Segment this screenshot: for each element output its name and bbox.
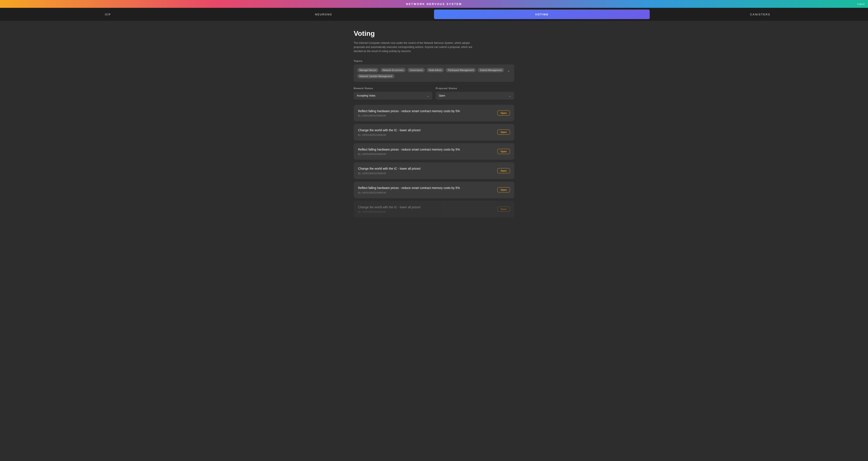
page-title: Voting [354, 30, 514, 37]
proposal-title-4: Change the world with the IC - lower all… [358, 166, 493, 171]
proposal-card-3[interactable]: Reflect falling hardware prices - reduce… [354, 143, 514, 160]
nav-item-canisters[interactable]: CANISTERS [652, 8, 868, 21]
reward-status-filter-group: Reward Status Accepting Votes ⌄ [354, 87, 432, 99]
main-content: Voting The Internet Computer network run… [349, 21, 519, 226]
proposal-author-3: By: 14555136043219406248 [358, 153, 493, 155]
proposal-card-5[interactable]: Reflect falling hardware prices - reduce… [354, 182, 514, 198]
topic-tag-governance[interactable]: Governance [407, 68, 425, 72]
page-description: The Internet Computer network runs under… [354, 41, 475, 54]
proposal-card-1[interactable]: Reflect falling hardware prices - reduce… [354, 105, 514, 122]
reward-status-select[interactable]: Accepting Votes ⌄ [354, 92, 432, 99]
proposal-status-select[interactable]: Open ⌄ [436, 92, 514, 99]
proposal-status-label: Proposal Status [436, 87, 514, 90]
logout-button[interactable]: Logout [857, 3, 865, 5]
proposal-status-value: Open [439, 94, 445, 97]
proposal-info-1: Reflect falling hardware prices - reduce… [358, 109, 493, 117]
proposal-author-5: By: 14555136043219406248 [358, 191, 493, 194]
proposal-title-3: Reflect falling hardware prices - reduce… [358, 148, 493, 152]
proposal-info-3: Reflect falling hardware prices - reduce… [358, 148, 493, 156]
proposal-info-5: Reflect falling hardware prices - reduce… [358, 186, 493, 194]
proposal-status-badge-2: Open [497, 129, 510, 135]
navigation: ICP NEURONS VOTING CANISTERS [0, 8, 868, 21]
reward-status-label: Reward Status [354, 87, 432, 90]
reward-status-chevron-icon: ⌄ [427, 94, 429, 97]
proposal-author-2: By: 14555136043219406248 [358, 134, 493, 136]
topics-container: Manage Neuron Network Economics Governan… [354, 64, 514, 82]
proposal-status-badge-6: Open [497, 207, 510, 212]
proposals-list: Reflect falling hardware prices - reduce… [354, 105, 514, 218]
nav-item-voting[interactable]: VOTING [434, 9, 650, 19]
reward-status-value: Accepting Votes [357, 94, 375, 97]
proposal-info-4: Change the world with the IC - lower all… [358, 166, 493, 175]
proposal-status-badge-5: Open [497, 187, 510, 192]
filters-row: Reward Status Accepting Votes ⌄ Proposal… [354, 87, 514, 99]
nav-item-neurons[interactable]: NEURONS [216, 8, 431, 21]
proposal-status-badge-4: Open [497, 168, 510, 173]
topics-tags: Manage Neuron Network Economics Governan… [357, 68, 504, 78]
proposal-card-2[interactable]: Change the world with the IC - lower all… [354, 124, 514, 141]
proposal-title-1: Reflect falling hardware prices - reduce… [358, 109, 493, 114]
topics-label: Topics [354, 60, 514, 62]
topic-tag-subnet-management[interactable]: Subnet Management [477, 68, 504, 72]
proposal-card-6[interactable]: Change the world with the IC - lower all… [354, 201, 514, 218]
nav-item-icp[interactable]: ICP [0, 8, 216, 21]
proposal-author-4: By: 14555136043219406248 [358, 172, 493, 175]
proposal-info-6: Change the world with the IC - lower all… [358, 205, 493, 213]
top-bar: NETWORK NERVOUS SYSTEM Logout [0, 0, 868, 8]
topic-tag-manage-neuron[interactable]: Manage Neuron [357, 68, 379, 72]
proposal-card-4[interactable]: Change the world with the IC - lower all… [354, 162, 514, 179]
topic-tag-network-canister-management[interactable]: Network Canister Management [357, 74, 395, 78]
proposal-author-1: By: 14555136043219406248 [358, 115, 493, 117]
proposal-status-badge-3: Open [497, 149, 510, 154]
topic-tag-network-economics[interactable]: Network Economics [380, 68, 406, 72]
topic-tag-node-admin[interactable]: Node Admin [427, 68, 444, 72]
proposal-title-5: Reflect falling hardware prices - reduce… [358, 186, 493, 190]
topic-tag-participant-management[interactable]: Participant Management [446, 68, 476, 72]
app-title: NETWORK NERVOUS SYSTEM [406, 2, 462, 6]
proposal-status-chevron-icon: ⌄ [509, 94, 511, 97]
proposal-title-2: Change the world with the IC - lower all… [358, 128, 493, 132]
proposal-author-6: By: 14555136043219406248 [358, 211, 493, 213]
proposal-status-badge-1: Open [497, 111, 510, 116]
proposal-title-6: Change the world with the IC - lower all… [358, 205, 493, 210]
topics-expand-icon[interactable]: ⌄ [506, 68, 511, 73]
proposal-info-2: Change the world with the IC - lower all… [358, 128, 493, 136]
proposal-status-filter-group: Proposal Status Open ⌄ [436, 87, 514, 99]
